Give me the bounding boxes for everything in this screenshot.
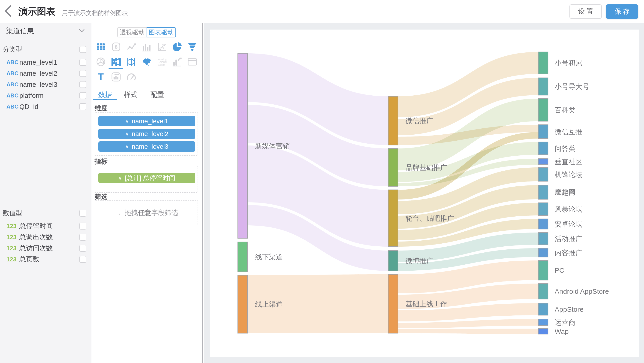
field-checkbox[interactable] [80,103,86,110]
filter-dropzone[interactable]: → 拖拽任意字段筛选 [95,200,198,225]
chart-canvas[interactable]: 新媒体营销线下渠道线上渠道微信推广品牌基础推广轮台、贴吧推广微博推广基础上线工作… [210,30,639,357]
chart-type-line-chart-icon[interactable] [126,42,136,52]
measure-pill-list: ∨[总计] 总停留时间 [95,166,198,183]
field-row[interactable]: ABCname_level2 [0,68,91,79]
sankey-node[interactable] [538,328,548,334]
sankey-node[interactable] [388,190,398,247]
chart-area: 新媒体营销线下渠道线上渠道微信推广品牌基础推广轮台、贴吧推广微博推广基础上线工作… [204,23,644,363]
tab-data[interactable]: 数据 [93,90,117,100]
field-row[interactable]: ABCname_level1 [0,57,91,68]
field-row[interactable]: 123总页数 [0,254,91,265]
field-list: 123总停留时间123总调出次数123总访问次数123总页数 [0,220,91,265]
field-sidebar: 渠道信息 分类型 ABCname_level1ABCname_level2ABC… [0,23,92,363]
sankey-node[interactable] [538,99,548,121]
text-type-icon: ABC [6,59,20,66]
chart-type-text-chart-icon[interactable]: T [96,72,106,82]
sankey-node-label: AppStore [555,305,584,313]
field-checkbox[interactable] [80,59,86,66]
sankey-node[interactable] [388,250,398,271]
dimension-pill[interactable]: ∨name_level3 [98,141,195,152]
tab-config[interactable]: 配置 [145,90,169,100]
chart-type-mixed-chart-icon[interactable] [111,72,121,82]
svg-text:8: 8 [115,44,118,50]
sankey-link[interactable] [398,328,538,334]
sankey-node-label: 机锋论坛 [555,171,582,178]
dimension-dropzone[interactable]: ∨name_level1∨name_level2∨name_level3 [95,113,198,156]
number-type-icon: 123 [6,256,20,263]
field-checkbox[interactable] [80,234,86,241]
chart-type-funnel-chart-icon[interactable] [187,42,197,52]
sankey-node[interactable] [538,125,548,139]
sankey-node[interactable] [538,283,548,299]
save-button[interactable]: 保 存 [606,5,638,19]
text-type-icon: ABC [6,104,20,110]
chart-type-gauge-chart-icon[interactable] [126,72,136,82]
svg-text:tag: tag [165,59,167,61]
sankey-node[interactable] [538,248,548,257]
field-row[interactable]: 123总访问次数 [0,243,91,254]
sankey-node[interactable] [538,185,548,199]
field-checkbox[interactable] [80,81,86,88]
sankey-node[interactable] [388,274,398,333]
sankey-node-label: PC [555,266,564,274]
sankey-node-label: 小号导大号 [555,83,589,90]
number-type-icon: 123 [6,223,20,230]
sankey-node-label: 安卓论坛 [555,220,582,228]
chart-type-number-card-icon[interactable]: 8 [111,42,121,52]
sankey-node[interactable] [238,242,248,272]
sankey-node[interactable] [538,303,548,315]
measure-dropzone[interactable]: ∨[总计] 总停留时间 [95,166,198,193]
section-checkbox[interactable] [80,210,86,217]
sankey-node-label: 百科类 [555,106,576,114]
chart-type-pie-chart-icon[interactable] [172,42,182,52]
settings-button[interactable]: 设 置 [570,5,602,19]
chart-type-bar-chart-icon[interactable] [142,42,152,52]
chart-type-word-cloud-icon[interactable]: wordcloudagile BItag [157,57,167,67]
pill-label: name_level2 [132,130,168,138]
sankey-node[interactable] [538,142,548,155]
field-checkbox[interactable] [80,92,86,99]
chart-type-scatter-chart-icon[interactable] [157,42,167,52]
dimension-pill[interactable]: ∨name_level2 [98,129,195,139]
tab-style[interactable]: 样式 [119,90,143,100]
back-button[interactable] [0,0,16,23]
sankey-node[interactable] [538,219,548,229]
measure-pill[interactable]: ∨[总计] 总停留时间 [98,173,195,183]
chart-type-sankey-chart-icon[interactable] [111,57,121,67]
sankey-node[interactable] [538,319,548,325]
mode-pivot-driven[interactable]: 透视驱动 [117,27,146,38]
field-row[interactable]: ABCname_level3 [0,79,91,90]
sankey-node[interactable] [238,275,248,333]
sankey-diagram: 新媒体营销线下渠道线上渠道微信推广品牌基础推广轮台、贴吧推广微博推广基础上线工作… [210,30,639,357]
sankey-node[interactable] [388,149,398,186]
sankey-node-label: 轮台、贴吧推广 [406,214,454,222]
field-checkbox[interactable] [80,256,86,263]
sankey-node[interactable] [538,159,548,165]
chart-type-combo-chart-icon[interactable] [172,57,182,67]
sankey-node[interactable] [538,78,548,95]
sankey-node[interactable] [538,203,548,215]
field-checkbox[interactable] [80,245,86,252]
section-checkbox[interactable] [80,46,86,53]
chart-type-table-icon[interactable] [96,42,106,52]
field-row[interactable]: 123总调出次数 [0,232,91,243]
sankey-node[interactable] [538,167,548,181]
chart-type-parallel-chart-icon[interactable] [126,57,136,67]
sankey-node[interactable] [538,52,548,74]
field-row[interactable]: 123总停留时间 [0,220,91,232]
chart-type-china-map-icon[interactable] [142,57,152,67]
field-row[interactable]: ABCQD_id [0,101,91,112]
mode-chart-driven[interactable]: 图表驱动 [146,27,176,38]
chart-type-web-frame-icon[interactable] [187,57,197,67]
sankey-node[interactable] [538,232,548,245]
chart-type-rose-chart-icon[interactable] [96,57,106,67]
sankey-node-label: 微信推广 [406,117,433,125]
field-checkbox[interactable] [80,223,86,229]
sankey-node[interactable] [238,53,248,238]
field-checkbox[interactable] [80,70,86,77]
field-row[interactable]: ABCplatform [0,90,91,101]
sankey-node[interactable] [388,96,398,145]
sankey-node[interactable] [538,260,548,280]
dataset-selector[interactable]: 渠道信息 [0,23,91,39]
dimension-pill[interactable]: ∨name_level1 [98,116,195,126]
